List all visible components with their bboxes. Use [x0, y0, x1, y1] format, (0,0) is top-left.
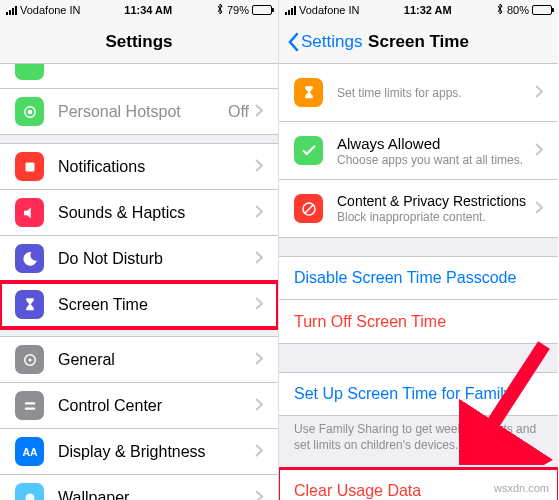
dnd-icon [15, 244, 44, 273]
wallpaper-icon [15, 483, 44, 500]
row-sounds[interactable]: Sounds & Haptics [0, 190, 278, 236]
notifications-icon [15, 152, 44, 181]
chevron-icon [255, 204, 263, 222]
controlcenter-label: Control Center [58, 397, 255, 415]
chevron-icon [255, 103, 263, 121]
controlcenter-icon [15, 391, 44, 420]
notifications-label: Notifications [58, 158, 255, 176]
row-disable-passcode[interactable]: Disable Screen Time Passcode [279, 256, 558, 300]
hotspot-label: Personal Hotspot [58, 103, 228, 121]
chevron-icon [255, 443, 263, 461]
sounds-icon [15, 198, 44, 227]
settings-screen: Vodafone IN 11:34 AM 79% Settings [0, 0, 279, 500]
status-bar: Vodafone IN 11:32 AM 80% [279, 0, 558, 20]
general-icon [15, 345, 44, 374]
always-label: Always Allowed [337, 135, 535, 152]
chevron-icon [255, 489, 263, 501]
display-label: Display & Brightness [58, 443, 255, 461]
hotspot-icon [15, 97, 44, 126]
signal-icon [6, 6, 17, 15]
battery-icon [252, 5, 272, 15]
carrier-label: Vodafone IN [20, 4, 81, 16]
content-label: Content & Privacy Restrictions [337, 193, 535, 209]
content-icon [294, 194, 323, 223]
row-notifications[interactable]: Notifications [0, 143, 278, 190]
back-label: Settings [301, 32, 362, 52]
row-turnoff[interactable]: Turn Off Screen Time [279, 300, 558, 344]
signal-icon [285, 6, 296, 15]
row-app-limits[interactable]: Set time limits for apps. [279, 64, 558, 122]
watermark: wsxdn.com [494, 482, 549, 494]
dnd-label: Do Not Disturb [58, 250, 255, 268]
chevron-icon [255, 351, 263, 369]
carrier-label: Vodafone IN [299, 4, 360, 16]
battery-label: 80% [507, 4, 529, 16]
disable-label: Disable Screen Time Passcode [294, 269, 543, 287]
chevron-icon [255, 296, 263, 314]
display-icon: AA [15, 437, 44, 466]
page-title: Settings [105, 32, 172, 52]
always-sub: Choose apps you want at all times. [337, 153, 535, 167]
svg-line-10 [304, 204, 313, 213]
applimits-sub: Set time limits for apps. [337, 86, 535, 100]
battery-label: 79% [227, 4, 249, 16]
settings-list[interactable]: Personal Hotspot Off Notifications [0, 64, 278, 500]
row-dnd[interactable]: Do Not Disturb [0, 236, 278, 282]
green-icon [15, 64, 44, 80]
svg-point-0 [27, 109, 32, 114]
row-content-privacy[interactable]: Content & Privacy Restrictions Block ina… [279, 180, 558, 238]
status-bar: Vodafone IN 11:34 AM 79% [0, 0, 278, 20]
chevron-icon [535, 200, 543, 218]
battery-icon [532, 5, 552, 15]
hotspot-detail: Off [228, 103, 249, 121]
chevron-icon [535, 84, 543, 102]
svg-rect-2 [25, 162, 34, 171]
always-icon [294, 136, 323, 165]
svg-point-8 [25, 493, 34, 500]
screentime-list[interactable]: Set time limits for apps. Always Allowed… [279, 64, 558, 500]
row-screen-time[interactable]: Screen Time [0, 282, 278, 328]
screentime-screen: Vodafone IN 11:32 AM 80% Settings Screen… [279, 0, 558, 500]
row-control-center[interactable]: Control Center [0, 383, 278, 429]
screentime-label: Screen Time [58, 296, 255, 314]
chevron-icon [535, 142, 543, 160]
clock: 11:32 AM [404, 4, 452, 16]
svg-rect-5 [24, 402, 35, 404]
row-personal-hotspot[interactable]: Personal Hotspot Off [0, 89, 278, 135]
clock: 11:34 AM [124, 4, 172, 16]
chevron-icon [255, 397, 263, 415]
turnoff-label: Turn Off Screen Time [294, 313, 543, 331]
applimits-icon [294, 78, 323, 107]
nav-bar: Settings [0, 20, 278, 64]
bluetooth-icon [216, 3, 224, 17]
chevron-icon [255, 158, 263, 176]
svg-text:AA: AA [22, 445, 38, 457]
family-label: Set Up Screen Time for Family [294, 385, 543, 403]
page-title: Screen Time [368, 32, 469, 52]
back-button[interactable]: Settings [287, 32, 362, 52]
content-sub: Block inappropriate content. [337, 210, 535, 224]
wallpaper-label: Wallpaper [58, 489, 255, 501]
bluetooth-icon [496, 3, 504, 17]
family-footer: Use Family Sharing to get weekly reports… [279, 416, 558, 455]
row-general[interactable]: General [0, 336, 278, 383]
row-unknown-top[interactable] [0, 64, 278, 89]
svg-rect-6 [24, 407, 35, 409]
screentime-icon [15, 290, 44, 319]
chevron-icon [255, 250, 263, 268]
row-family[interactable]: Set Up Screen Time for Family [279, 372, 558, 416]
row-always-allowed[interactable]: Always Allowed Choose apps you want at a… [279, 122, 558, 180]
nav-bar: Settings Screen Time [279, 20, 558, 64]
general-label: General [58, 351, 255, 369]
row-display[interactable]: AA Display & Brightness [0, 429, 278, 475]
row-wallpaper[interactable]: Wallpaper [0, 475, 278, 500]
svg-point-4 [28, 358, 31, 361]
sounds-label: Sounds & Haptics [58, 204, 255, 222]
